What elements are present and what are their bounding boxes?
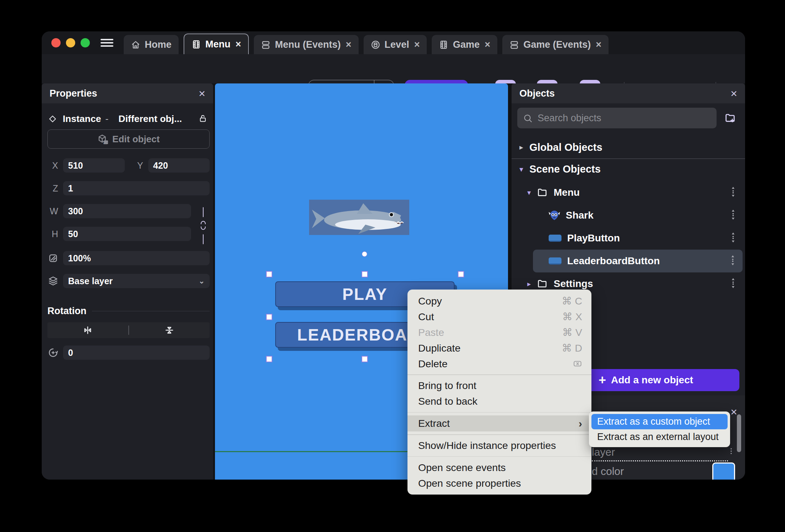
- menu-item-shortcut: ⌘ C: [562, 295, 582, 307]
- add-folder-icon[interactable]: [720, 112, 740, 124]
- delete-key-icon: [573, 359, 582, 368]
- tab-close-icon[interactable]: ×: [236, 40, 241, 49]
- link-dimensions-icon[interactable]: [199, 206, 208, 245]
- tree-row-playbutton[interactable]: PlayButton: [512, 227, 745, 250]
- search-input[interactable]: Search objects: [517, 108, 717, 128]
- tab-menu[interactable]: Menu ×: [184, 34, 249, 54]
- close-icon[interactable]: ×: [730, 405, 737, 419]
- rotation-handle[interactable]: [362, 251, 367, 257]
- menu-item-label: Cut: [418, 311, 563, 323]
- menu-item-cut[interactable]: Cut ⌘ X: [407, 309, 591, 324]
- tab-level[interactable]: Level ×: [364, 35, 427, 54]
- section-divider: [512, 158, 745, 159]
- tree-row-label: LeaderboardButton: [567, 255, 730, 267]
- menu-item-bring-to-front[interactable]: Bring to front: [407, 378, 591, 394]
- dotted-divider: [592, 460, 728, 461]
- global-objects-section[interactable]: ▸ Global Objects: [512, 139, 745, 155]
- z-label: Z: [47, 183, 58, 194]
- submenu-item-extract-custom-object[interactable]: Extract as a custom object: [591, 414, 728, 429]
- close-icon[interactable]: ×: [199, 88, 205, 99]
- opacity-row: 100%: [47, 251, 210, 265]
- menu-item-label: Duplicate: [418, 342, 562, 354]
- submenu-arrow-icon: ›: [579, 418, 582, 430]
- row-menu-icon[interactable]: [730, 255, 735, 267]
- layer-select[interactable]: Base layer ⌄: [63, 274, 210, 288]
- selection-handle-top-center[interactable]: [361, 271, 368, 277]
- tab-bar: Home Menu × Menu (Events) × Level × Game…: [124, 34, 609, 54]
- flip-horizontal-button[interactable]: [47, 325, 128, 336]
- selection-handle-top-right[interactable]: [458, 271, 464, 277]
- tab-close-icon[interactable]: ×: [596, 40, 601, 50]
- menu-item-paste[interactable]: Paste ⌘ V: [407, 324, 591, 340]
- menu-item-delete[interactable]: Delete: [407, 356, 591, 372]
- row-menu-icon[interactable]: [729, 447, 734, 458]
- search-row: Search objects: [517, 108, 740, 128]
- button-object-icon: [549, 235, 561, 242]
- edit-object-button[interactable]: 2D Edit object: [47, 129, 210, 149]
- z-field[interactable]: 1: [63, 181, 210, 195]
- main-menu-icon[interactable]: [101, 39, 113, 47]
- y-field[interactable]: 420: [148, 158, 210, 173]
- traffic-zoom-button[interactable]: [81, 38, 90, 47]
- tab-menu-events[interactable]: Menu (Events) ×: [254, 35, 358, 54]
- tab-close-icon[interactable]: ×: [346, 40, 352, 50]
- tree-row-label: Settings: [554, 278, 731, 290]
- tree-row-leaderboardbutton-selected[interactable]: LeaderboardButton: [533, 250, 743, 272]
- unlock-icon[interactable]: [198, 114, 207, 124]
- height-field[interactable]: 50: [63, 227, 191, 241]
- background-color-swatch[interactable]: [712, 462, 735, 480]
- tab-label: Home: [145, 39, 171, 50]
- tree-row-menu-folder[interactable]: ▾ Menu: [512, 181, 745, 204]
- selection-handle-mid-left[interactable]: [266, 314, 272, 320]
- selection-handle-bottom-center[interactable]: [361, 356, 368, 362]
- tab-label: Level: [385, 39, 409, 50]
- scene-objects-section[interactable]: ▾ Scene Objects: [512, 161, 745, 178]
- flip-vertical-button[interactable]: [129, 325, 210, 336]
- traffic-minimize-button[interactable]: [66, 38, 75, 47]
- width-field[interactable]: 300: [63, 204, 191, 218]
- row-menu-icon[interactable]: [731, 278, 736, 290]
- background-color-label: d color: [592, 465, 624, 477]
- menu-item-label: Delete: [418, 358, 573, 370]
- menu-item-extract[interactable]: Extract ›: [407, 415, 591, 431]
- row-menu-icon[interactable]: [731, 209, 736, 221]
- close-icon[interactable]: ×: [730, 88, 737, 99]
- caret-collapsed-icon[interactable]: ▸: [527, 280, 537, 288]
- menu-item-show-hide-instance-properties[interactable]: Show/Hide instance properties: [407, 438, 591, 454]
- caret-expanded-icon[interactable]: ▾: [527, 188, 537, 197]
- submenu-item-extract-external-layout[interactable]: Extract as an external layout: [591, 429, 728, 445]
- opacity-icon: [47, 253, 59, 264]
- row-menu-icon[interactable]: [731, 186, 736, 199]
- tab-close-icon[interactable]: ×: [414, 40, 420, 50]
- menu-item-send-to-back[interactable]: Send to back: [407, 394, 591, 409]
- row-menu-icon[interactable]: [731, 232, 736, 244]
- tree-row-shark[interactable]: Shark: [512, 204, 745, 227]
- tab-game[interactable]: Game ×: [432, 35, 497, 54]
- toolbar: Preview Share: [42, 54, 745, 83]
- global-objects-label: Global Objects: [529, 142, 602, 153]
- tab-label: Menu (Events): [275, 39, 341, 50]
- selection-handle-bottom-left[interactable]: [266, 356, 272, 362]
- menu-item-duplicate[interactable]: Duplicate ⌘ D: [407, 340, 591, 356]
- svg-text:2D: 2D: [104, 140, 108, 144]
- tab-close-icon[interactable]: ×: [484, 40, 490, 50]
- tab-label: Menu: [205, 39, 231, 50]
- opacity-field[interactable]: 100%: [63, 251, 210, 265]
- scrollbar-thumb[interactable]: [737, 414, 741, 452]
- caret-expanded-icon[interactable]: ▾: [519, 165, 529, 174]
- tab-home[interactable]: Home: [124, 35, 179, 54]
- caret-collapsed-icon[interactable]: ▸: [519, 143, 529, 152]
- x-field[interactable]: 510: [63, 158, 125, 173]
- rotation-field[interactable]: 0: [63, 346, 210, 360]
- selection-handle-top-left[interactable]: [266, 271, 272, 277]
- traffic-close-button[interactable]: [51, 38, 61, 47]
- menu-item-open-scene-properties[interactable]: Open scene properties: [407, 475, 591, 491]
- events-icon: [261, 40, 271, 50]
- menu-item-open-scene-events[interactable]: Open scene events: [407, 460, 591, 475]
- tree-row[interactable]: LeaderboardButton: [533, 250, 743, 272]
- tab-label: Game (Events): [523, 39, 591, 50]
- search-placeholder: Search objects: [538, 113, 601, 124]
- shark-sprite[interactable]: [309, 200, 409, 235]
- tab-game-events[interactable]: Game (Events) ×: [502, 35, 609, 54]
- menu-item-copy[interactable]: Copy ⌘ C: [407, 293, 591, 309]
